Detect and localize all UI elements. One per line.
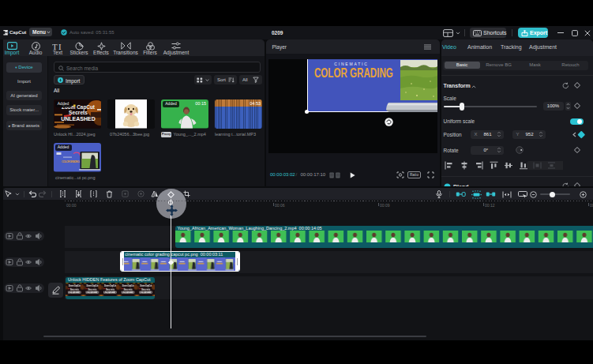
- svg-text:Secrets: Secrets: [69, 110, 88, 115]
- svg-text:I: I: [58, 42, 62, 51]
- svg-text:UNLEASHED: UNLEASHED: [61, 116, 96, 122]
- svg-text:T: T: [52, 42, 58, 51]
- svg-text:COLOR GRADING: COLOR GRADING: [62, 160, 80, 163]
